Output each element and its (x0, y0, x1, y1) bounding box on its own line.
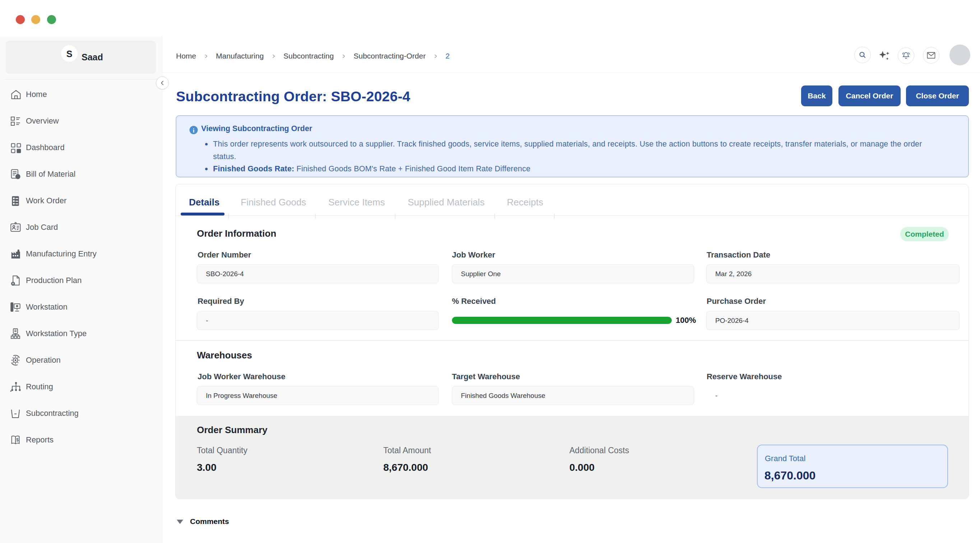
svg-text:$: $ (16, 437, 19, 443)
svg-text:$: $ (17, 175, 19, 179)
svg-text:i: i (193, 127, 195, 133)
